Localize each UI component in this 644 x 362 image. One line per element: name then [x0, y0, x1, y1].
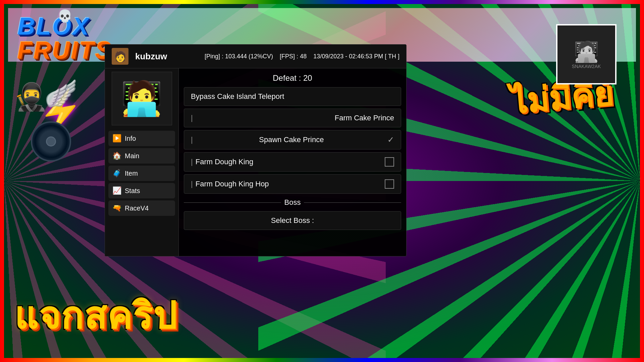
- sidebar-item-info[interactable]: ▶️ Info: [108, 131, 175, 146]
- user-avatar: 🧑: [112, 48, 128, 65]
- select-boss-btn[interactable]: Select Boss :: [184, 211, 401, 230]
- gui-main-content: Defeat : 20 Bypass Cake Island Teleport …: [179, 68, 406, 256]
- gui-ping-fps: [Ping] : 103.444 (12%CV) [FPS] : 48: [205, 53, 307, 60]
- corner-profile-picture: 🧑‍💻 SNAKAW2AK: [556, 24, 616, 84]
- ping-label: [Ping] :: [205, 53, 223, 60]
- farm-dough-king-btn[interactable]: | Farm Dough King: [184, 152, 401, 172]
- sidebar-item-label: Item: [125, 170, 138, 177]
- ping-value: 103.444 (12%CV): [225, 53, 273, 60]
- bypass-cake-island-btn[interactable]: Bypass Cake Island Teleport: [184, 87, 401, 106]
- divider-line-left: [184, 202, 281, 203]
- farm-cake-prince-btn[interactable]: | Farm Cake Prince: [184, 109, 401, 127]
- info-icon: ▶️: [112, 134, 121, 143]
- sidebar-stats-label: Stats: [125, 187, 140, 195]
- sidebar-item-item[interactable]: 🧳 Item: [108, 166, 175, 181]
- divider-line-right: [304, 202, 401, 203]
- sidebar-item-main[interactable]: 🏠 Main: [108, 148, 175, 164]
- farm-dough-king-checkbox[interactable]: [385, 157, 394, 167]
- boss-section-label: Boss: [284, 198, 301, 207]
- select-boss-label: Select Boss :: [271, 216, 314, 225]
- sidebar-item-racev4[interactable]: 🔫 RaceV4: [108, 200, 175, 216]
- item-icon: 🧳: [112, 169, 121, 178]
- farm-dough-king-content: | Farm Dough King: [191, 158, 385, 166]
- logo-text-fruits: FRUITS: [17, 38, 113, 62]
- spawn-cake-prince-label: Spawn Cake Prince: [259, 135, 324, 144]
- gui-panel: 🧑 kubzuw [Ping] : 103.444 (12%CV) [FPS] …: [105, 44, 407, 256]
- main-icon: 🏠: [112, 152, 121, 160]
- spawn-cake-prince-btn[interactable]: | Spawn Cake Prince ✓: [184, 130, 401, 149]
- defeat-counter: Defeat : 20: [184, 72, 401, 84]
- sidebar-avatar-icon: 🧑‍💻: [121, 79, 163, 118]
- farm-dough-king-hop-btn[interactable]: | Farm Dough King Hop: [184, 174, 401, 194]
- thai-bottom-left-text: แจกสคริป: [14, 286, 177, 345]
- corner-profile-content: 🧑‍💻 SNAKAW2AK: [572, 40, 601, 69]
- sidebar-main-label: Main: [125, 152, 139, 160]
- gui-username: kubzuw: [135, 51, 167, 62]
- farm-dough-king-hop-pipe: |: [191, 180, 193, 188]
- fps-label: [FPS] :: [280, 53, 298, 60]
- gui-header: 🧑 kubzuw [Ping] : 103.444 (12%CV) [FPS] …: [105, 45, 406, 68]
- sidebar-racev4-label: RaceV4: [125, 204, 149, 212]
- spawn-cake-prince-checkmark: ✓: [387, 135, 394, 144]
- wings-icon: 🪽: [44, 78, 78, 109]
- spawn-cake-prince-pipe: |: [191, 135, 193, 144]
- farm-dough-king-hop-content: | Farm Dough King Hop: [191, 180, 385, 188]
- fps-value: 48: [300, 53, 307, 60]
- disk-inner: [46, 136, 56, 146]
- farm-cake-prince-label: Farm Cake Prince: [335, 114, 394, 122]
- bypass-cake-island-label: Bypass Cake Island Teleport: [191, 92, 284, 101]
- racev4-icon: 🔫: [112, 204, 121, 213]
- farm-dough-king-hop-label: Farm Dough King Hop: [196, 180, 269, 188]
- sidebar-profile-image: 🧑‍💻: [112, 72, 172, 125]
- farm-dough-king-pipe: |: [191, 158, 193, 166]
- gui-sidebar: 🧑‍💻 ▶️ Info 🏠 Main 🧳 Item: [105, 68, 179, 256]
- gui-datetime: 13/09/2023 - 02:46:53 PM [ TH ]: [313, 53, 399, 60]
- stats-icon: 📈: [112, 186, 121, 195]
- farm-cake-prince-pipe: |: [191, 114, 193, 122]
- disk-decoration: [31, 121, 71, 162]
- logo-skull-icon: 💀: [57, 9, 72, 23]
- sidebar-item-stats[interactable]: 📈 Stats: [108, 183, 175, 198]
- corner-profile-label: SNAKAW2AK: [572, 64, 601, 69]
- logo-area: 💀 BLOX FRUITS: [17, 14, 113, 62]
- farm-dough-king-hop-checkbox[interactable]: [385, 179, 394, 189]
- boss-section-divider: Boss: [184, 196, 401, 208]
- sidebar-info-label: Info: [125, 135, 136, 142]
- gui-body: 🧑‍💻 ▶️ Info 🏠 Main 🧳 Item: [105, 68, 406, 256]
- corner-avatar-icon: 🧑‍💻: [572, 40, 601, 64]
- farm-dough-king-label: Farm Dough King: [196, 158, 253, 166]
- background: 💀 BLOX FRUITS 🥷 ⚡ 🪽 แจกสคริป ไม่มีคีย์ 🧑…: [4, 4, 640, 358]
